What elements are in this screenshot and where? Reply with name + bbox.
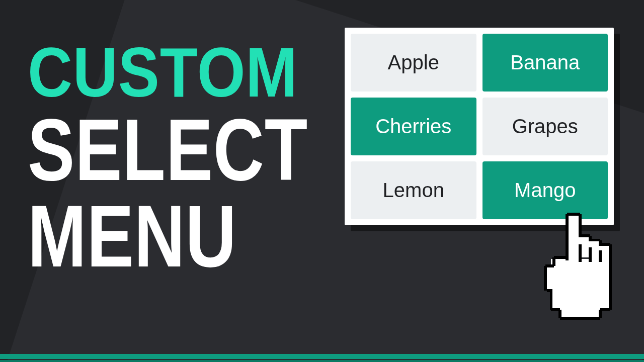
svg-rect-4	[551, 259, 610, 310]
svg-rect-29	[599, 250, 602, 262]
pointer-cursor-icon	[533, 211, 624, 327]
select-option-mango[interactable]: Mango	[482, 161, 608, 219]
svg-rect-14	[600, 243, 610, 246]
option-label: Apple	[388, 51, 439, 74]
svg-rect-19	[554, 256, 567, 259]
option-label: Grapes	[512, 115, 578, 138]
svg-rect-24	[560, 317, 601, 320]
svg-rect-9	[567, 213, 580, 216]
svg-rect-1	[580, 236, 590, 257]
title-line-2: SELECT	[28, 107, 308, 193]
svg-rect-27	[579, 244, 582, 262]
svg-rect-8	[579, 214, 582, 237]
select-option-cherries[interactable]: Cherries	[351, 98, 476, 155]
footer-accent-bar	[0, 354, 644, 359]
svg-rect-21	[550, 291, 553, 309]
custom-select-menu[interactable]: Apple Banana Cherries Grapes Lemon Mango	[345, 28, 614, 225]
select-option-banana[interactable]: Banana	[482, 34, 608, 92]
select-option-lemon[interactable]: Lemon	[351, 161, 476, 219]
option-label: Lemon	[383, 179, 444, 202]
select-option-apple[interactable]: Apple	[351, 34, 476, 92]
title-line-3: MENU	[28, 193, 308, 280]
svg-rect-3	[600, 244, 610, 260]
svg-rect-26	[600, 308, 610, 311]
svg-rect-2	[590, 240, 600, 259]
option-label: Cherries	[375, 115, 451, 138]
svg-rect-6	[560, 307, 601, 318]
svg-rect-5	[545, 267, 555, 289]
title-line-1: CUSTOM	[28, 38, 336, 107]
page-title: CUSTOM SELECT MENU	[28, 38, 378, 279]
footer-accent-bar-thin	[0, 360, 644, 362]
svg-rect-15	[609, 244, 612, 309]
svg-rect-7	[566, 214, 569, 260]
option-label: Mango	[514, 179, 576, 202]
option-label: Banana	[510, 51, 580, 74]
svg-rect-12	[590, 239, 600, 242]
svg-rect-16	[544, 266, 547, 291]
select-option-grapes[interactable]: Grapes	[482, 98, 608, 155]
svg-rect-10	[580, 234, 590, 237]
svg-rect-28	[589, 247, 592, 262]
svg-rect-0	[567, 216, 580, 259]
